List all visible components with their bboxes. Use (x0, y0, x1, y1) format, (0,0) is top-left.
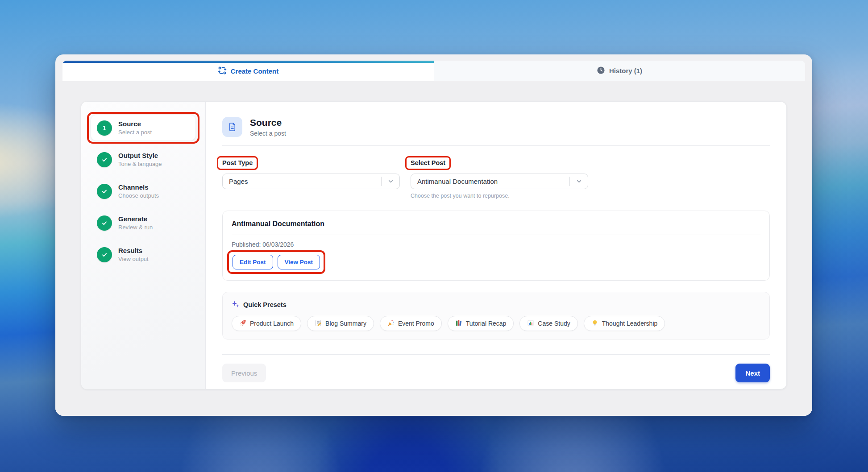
preset-label: Thought Leadership (602, 320, 658, 327)
preset-tutorial-recap[interactable]: Tutorial Recap (448, 316, 514, 331)
panel-header: Source Select a post (222, 117, 770, 137)
quick-presets-panel: Quick Presets (222, 292, 770, 340)
select-post-hint: Choose the post you want to repurpose. (411, 193, 588, 199)
preset-chips: Product Launch Blog (232, 316, 760, 331)
rocket-icon (239, 319, 246, 328)
page-subtitle: Select a post (250, 130, 286, 137)
party-popper-icon (387, 319, 395, 328)
preset-label: Tutorial Recap (466, 320, 507, 327)
post-type-field: Post Type Pages (222, 156, 400, 199)
source-form: Post Type Pages (222, 156, 770, 199)
step-sidebar: 1 Source Select a post Output Style (81, 102, 206, 389)
chevron-down-icon (382, 178, 399, 185)
view-post-button[interactable]: View Post (278, 255, 320, 269)
step-subtitle: Tone & language (118, 161, 162, 167)
post-published-date: Published: 06/03/2026 (232, 241, 760, 248)
check-icon (97, 152, 112, 167)
step-subtitle: Review & run (118, 224, 153, 231)
quick-presets-title: Quick Presets (243, 301, 287, 308)
preset-label: Product Launch (250, 320, 294, 327)
previous-button[interactable]: Previous (222, 364, 266, 382)
footer-divider (222, 354, 770, 355)
preset-blog-summary[interactable]: Blog Summary (307, 316, 374, 331)
window-content: 1 Source Select a post Output Style (55, 81, 812, 416)
check-icon (97, 215, 112, 231)
desktop-wallpaper: Create Content History (1) (0, 0, 868, 472)
page-title: Source (250, 117, 286, 128)
wizard-card: 1 Source Select a post Output Style (81, 101, 787, 389)
light-bulb-icon (591, 319, 598, 328)
tab-create-content[interactable]: Create Content (62, 61, 434, 81)
preset-label: Case Study (538, 320, 570, 327)
sidebar-item-generate[interactable]: Generate Review & run (91, 210, 195, 236)
sidebar-item-source[interactable]: 1 Source Select a post (91, 115, 195, 141)
check-icon (97, 247, 112, 262)
post-divider (232, 235, 760, 235)
preset-product-launch[interactable]: Product Launch (232, 316, 301, 331)
bar-chart-icon (527, 319, 534, 328)
selected-post-card: Antimanual Documentation Published: 06/0… (222, 211, 770, 281)
post-type-label: Post Type (222, 159, 253, 166)
step-subtitle: View output (118, 256, 149, 262)
select-post-label: Select Post (411, 159, 445, 166)
repurpose-icon (218, 66, 227, 76)
sidebar-item-output-style[interactable]: Output Style Tone & language (91, 147, 195, 172)
tab-history[interactable]: History (1) (434, 61, 805, 81)
select-post-field: Select Post Antimanual Documentation (411, 156, 588, 199)
header-divider (222, 145, 770, 146)
select-post-value: Antimanual Documentation (417, 178, 498, 185)
preset-event-promo[interactable]: Event Promo (380, 316, 442, 331)
tab-bar: Create Content History (1) (62, 61, 805, 81)
check-icon (97, 184, 112, 199)
chevron-down-icon (570, 178, 588, 185)
sidebar-item-results[interactable]: Results View output (91, 242, 195, 267)
step-subtitle: Choose outputs (118, 192, 159, 199)
wizard-footer: Previous Next (222, 364, 770, 382)
step-subtitle: Select a post (118, 129, 152, 136)
document-icon (222, 117, 242, 137)
post-type-select[interactable]: Pages (222, 174, 400, 189)
step-title: Results (118, 247, 149, 254)
post-title: Antimanual Documentation (232, 220, 760, 228)
books-icon (455, 319, 462, 328)
preset-label: Event Promo (398, 320, 434, 327)
main-panel: Source Select a post Post Type Pages (206, 102, 786, 389)
step-title: Output Style (118, 152, 162, 159)
annotation-box: Edit Post View Post (227, 250, 325, 274)
step-title: Source (118, 120, 152, 128)
tab-create-label: Create Content (231, 67, 279, 75)
clock-icon (597, 66, 605, 76)
annotation-box: Select Post (405, 156, 451, 170)
step-number-badge: 1 (97, 120, 112, 136)
sidebar-item-channels[interactable]: Channels Choose outputs (91, 178, 195, 204)
preset-thought-leadership[interactable]: Thought Leadership (584, 316, 665, 331)
step-title: Generate (118, 215, 153, 223)
memo-icon (315, 319, 322, 328)
post-type-value: Pages (229, 178, 248, 185)
sparkles-icon (232, 300, 239, 309)
next-button[interactable]: Next (735, 364, 770, 382)
edit-post-button[interactable]: Edit Post (233, 255, 273, 269)
tab-history-label: History (1) (609, 67, 642, 75)
preset-case-study[interactable]: Case Study (519, 316, 577, 331)
step-title: Channels (118, 183, 159, 191)
preset-label: Blog Summary (325, 320, 366, 327)
annotation-box: Post Type (217, 156, 258, 170)
app-window: Create Content History (1) (55, 54, 812, 416)
select-post-select[interactable]: Antimanual Documentation (411, 174, 588, 189)
